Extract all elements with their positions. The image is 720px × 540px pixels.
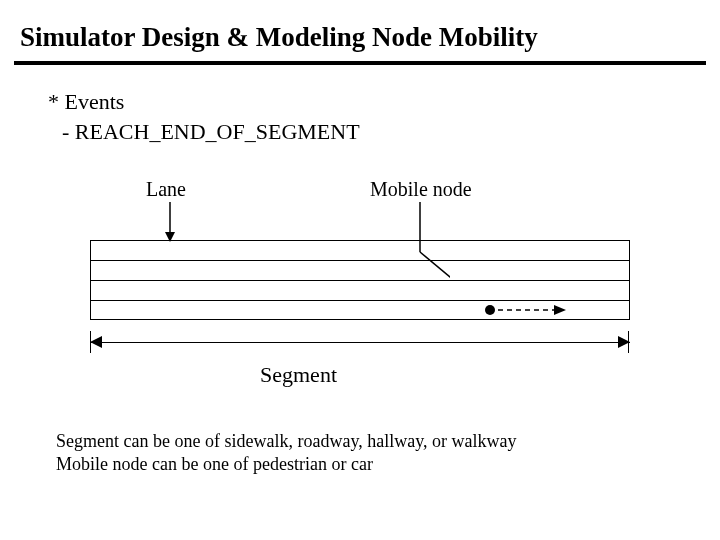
lane-divider — [91, 300, 629, 301]
svg-marker-7 — [90, 336, 102, 348]
footer-line-1: Segment can be one of sidewalk, roadway,… — [56, 430, 517, 453]
page-title: Simulator Design & Modeling Node Mobilit… — [0, 0, 720, 61]
mobile-node-dot — [485, 305, 495, 315]
arrow-down-icon — [160, 202, 180, 242]
bullet-reach-end: - REACH_END_OF_SEGMENT — [48, 117, 700, 147]
segment-extent-line — [90, 342, 630, 343]
bullet-events: * Events — [48, 87, 700, 117]
footer-notes: Segment can be one of sidewalk, roadway,… — [56, 430, 517, 477]
arrow-left-icon — [90, 335, 104, 349]
footer-line-2: Mobile node can be one of pedestrian or … — [56, 453, 517, 476]
arrow-right-icon — [616, 335, 630, 349]
motion-arrow-icon — [498, 304, 568, 316]
bullet-list: * Events - REACH_END_OF_SEGMENT — [0, 65, 720, 146]
mobile-node-label: Mobile node — [370, 178, 472, 201]
segment-label: Segment — [260, 362, 337, 388]
segment-diagram: Lane Mobile node Segment — [90, 178, 630, 398]
lane-divider — [91, 280, 629, 281]
svg-marker-6 — [554, 305, 566, 315]
lane-label: Lane — [146, 178, 186, 201]
svg-marker-8 — [618, 336, 630, 348]
lane-divider — [91, 260, 629, 261]
